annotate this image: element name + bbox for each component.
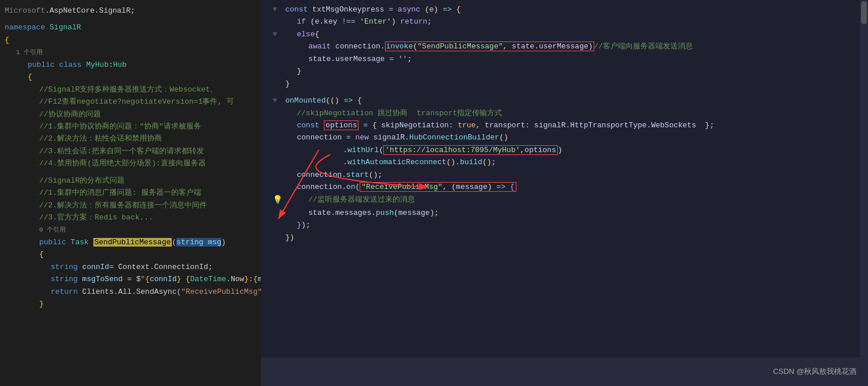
code-line: string connId= Context.ConnectionId;	[0, 261, 261, 273]
code-line: 0 个引用	[0, 224, 261, 236]
code-line: 💡 //监听服务器端发送过来的消息	[268, 194, 861, 207]
code-line: connection.start();	[268, 169, 861, 181]
code-line	[0, 170, 261, 175]
watermark-text: CSDN @秋风敖我桃花酒	[773, 366, 856, 377]
code-line: //skipNegotiation 跳过协商 transport指定传输方式	[268, 107, 861, 119]
code-line: state.userMessage = '';	[268, 53, 861, 65]
code-line: });	[268, 219, 861, 231]
code-line: {	[0, 248, 261, 260]
code-line: ▼ const txtMsgOnkeypress = async (e) => …	[268, 3, 861, 16]
code-line: //F12查看negotiate?negotiateVersion=1事件, 可	[0, 96, 261, 108]
code-line: //SignalR的分布式问题	[0, 175, 261, 187]
code-line: await connection.invoke("SendPublicMessa…	[268, 40, 861, 52]
code-line: //1.集群中协议协商的问题："协商"请求被服务	[0, 120, 261, 133]
code-line: return Clients.All.SendAsync("ReceivePub…	[0, 286, 261, 298]
code-line: //3.粘性会话:把来自同一个客户端的请求都转发	[0, 145, 261, 157]
code-line: //3.官方方案：Redis back...	[0, 211, 261, 224]
scrollbar-track[interactable]	[860, 0, 868, 357]
code-line: ▼ else{	[268, 28, 861, 40]
code-line: }	[0, 298, 261, 310]
scrollbar-thumb[interactable]	[861, 1, 867, 24]
code-line: namespace SignalR	[0, 21, 261, 33]
code-line: 1 个引用	[0, 46, 261, 58]
code-line-options: const options = { skipNegotiation: true,…	[268, 119, 861, 131]
code-line: if (e.key !== 'Enter') return;	[268, 16, 861, 28]
code-line: //协议协商的问题	[0, 108, 261, 120]
code-line: })	[268, 232, 861, 244]
left-code-panel: Microsoft.AspNetCore.SignalR; namespace …	[0, 0, 261, 386]
code-line: //2.解决方法：粘性会话和禁用协商	[0, 133, 261, 145]
code-line: //4.禁用协商(适用绝大部分场景):直接向服务器	[0, 157, 261, 169]
code-line: }	[268, 65, 861, 77]
code-line-withurl: .withUrl('https://localhost:7095/MyHub',…	[268, 144, 861, 156]
bottom-bar: CSDN @秋风敖我桃花酒	[261, 357, 868, 386]
code-line: //1.集群中的消息广播问题: 服务器一的客户端	[0, 187, 261, 199]
code-line: //SignalR支持多种服务器推送方式：Websocket、	[0, 84, 261, 96]
code-line-on: connection.on("ReceivePublicMsg", (messa…	[268, 181, 861, 193]
code-line: state.messages.push(message);	[268, 207, 861, 219]
method-declaration: public Task SendPublicMessage(string msg…	[0, 236, 261, 248]
right-code-panel: ▼ const txtMsgOnkeypress = async (e) => …	[261, 0, 868, 357]
code-line: string msgToSend = $"{connId} {DateTime.…	[0, 273, 261, 285]
code-line: ▼ onMounted(() => {	[268, 94, 861, 107]
code-line	[0, 17, 261, 21]
code-line: Microsoft.AspNetCore.SignalR;	[0, 5, 261, 17]
code-line: .withAutomaticReconnect().build();	[268, 156, 861, 168]
code-line: //2.解决方法：所有服务器都连接一个消息中间件	[0, 199, 261, 211]
code-line: connection = new signalR.HubConnectionBu…	[268, 131, 861, 143]
code-line: {	[0, 34, 261, 46]
code-line: }	[268, 78, 861, 90]
code-line: {	[0, 71, 261, 83]
code-line: public class MyHub:Hub	[0, 59, 261, 71]
